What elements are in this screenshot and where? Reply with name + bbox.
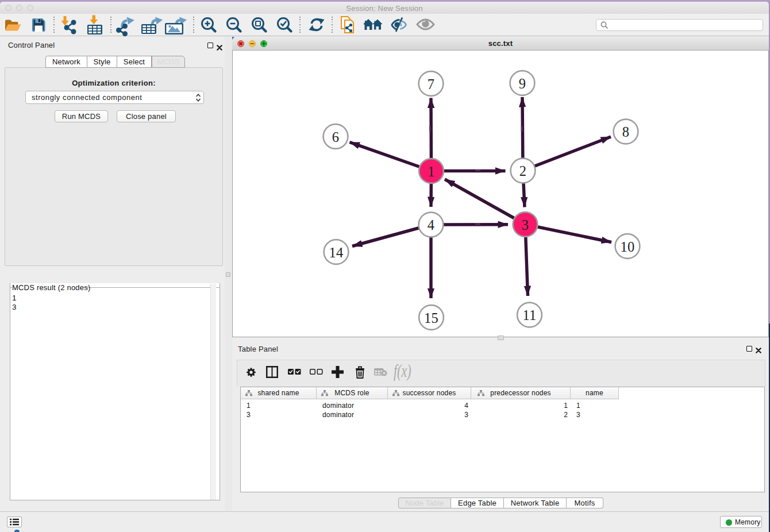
svg-text:14: 14 (329, 245, 344, 260)
svg-text:10: 10 (621, 239, 635, 255)
svg-text:9: 9 (519, 76, 526, 91)
svg-text:4: 4 (428, 217, 434, 233)
svg-text:15: 15 (424, 310, 438, 326)
svg-text:11: 11 (523, 307, 537, 323)
svg-text:8: 8 (622, 124, 629, 140)
svg-text:3: 3 (522, 217, 529, 233)
svg-text:2: 2 (519, 163, 526, 179)
svg-text:1: 1 (428, 164, 434, 179)
svg-text:6: 6 (332, 129, 339, 145)
svg-text:7: 7 (428, 76, 434, 92)
